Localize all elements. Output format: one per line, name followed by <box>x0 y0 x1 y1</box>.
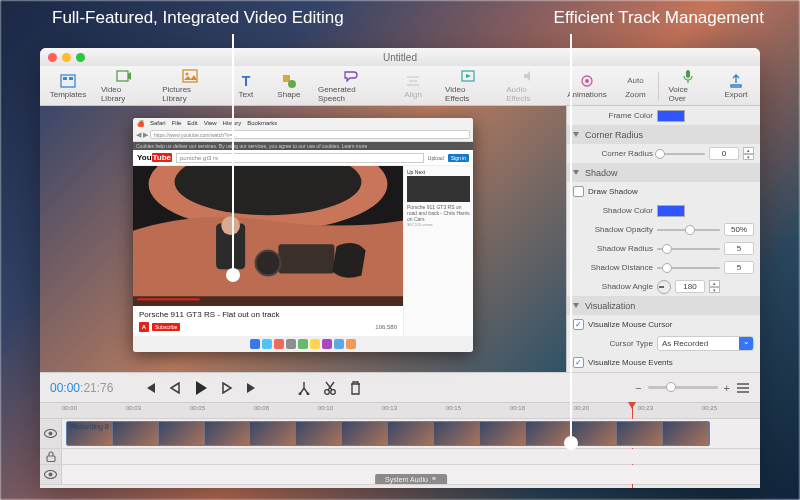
subscribe-button: Subscribe <box>152 323 180 331</box>
generated-speech-button[interactable]: Generated Speech <box>312 66 390 105</box>
shadow-angle-label: Shadow Angle <box>573 282 653 291</box>
shadow-color-swatch[interactable] <box>657 205 685 217</box>
track-list-icon[interactable] <box>736 382 750 394</box>
corner-radius-stepper[interactable]: ▴▾ <box>743 147 754 160</box>
svg-point-5 <box>185 73 188 76</box>
corner-radius-slider[interactable] <box>657 153 705 155</box>
track-lock-icon[interactable] <box>40 449 62 464</box>
inspector-panel: Frame Color Corner Radius Corner Radius0… <box>566 106 760 372</box>
section-shadow[interactable]: Shadow <box>567 163 760 182</box>
preview-window: 🍎 SafariFileEditViewHistoryBookmarks ◀ ▶… <box>133 118 473 352</box>
shadow-radius-value[interactable]: 5 <box>724 242 754 255</box>
callout-dot-left <box>226 268 240 282</box>
draw-shadow-checkbox[interactable] <box>573 186 584 197</box>
delete-button[interactable] <box>349 381 362 395</box>
shadow-radius-slider[interactable] <box>657 248 720 250</box>
go-to-end-button[interactable] <box>245 381 259 395</box>
shadow-angle-value[interactable]: 180 <box>675 280 705 293</box>
section-visualization[interactable]: Visualization <box>567 296 760 315</box>
upload-label: Upload <box>428 155 444 161</box>
shadow-angle-dial[interactable] <box>657 280 671 294</box>
svg-rect-1 <box>63 77 67 80</box>
ruler-tick: 00:10 <box>318 405 333 411</box>
export-button[interactable]: Export <box>716 71 756 101</box>
zoom-slider[interactable] <box>648 386 718 389</box>
svg-rect-23 <box>133 296 403 306</box>
ruler-tick: 00:23 <box>638 405 653 411</box>
visualize-cursor-checkbox[interactable]: ✓ <box>573 319 584 330</box>
svg-point-27 <box>325 389 330 394</box>
shadow-opacity-value[interactable]: 50% <box>724 223 754 236</box>
play-button[interactable] <box>193 380 209 396</box>
signin-button: Sign in <box>448 154 469 162</box>
recommendation-meta: 367,515 views <box>407 222 470 227</box>
section-corner-radius[interactable]: Corner Radius <box>567 125 760 144</box>
video-clip[interactable]: Recording 8 <box>66 421 710 446</box>
zoom-in-button[interactable]: + <box>724 382 730 394</box>
window-title: Untitled <box>383 52 417 63</box>
preview-search: porsche gt3 rs <box>176 153 424 163</box>
auto-zoom-button[interactable]: AutoZoom <box>615 71 655 101</box>
svg-rect-4 <box>183 70 197 82</box>
video-library-button[interactable]: Video Library <box>95 66 153 105</box>
timeline: 00:0000:0300:0500:0800:1000:1300:1500:18… <box>40 402 760 488</box>
audio-effects-button: Audio Effects <box>500 66 558 105</box>
visualize-events-checkbox[interactable]: ✓ <box>573 357 584 368</box>
shadow-opacity-slider[interactable] <box>657 229 720 231</box>
callout-right: Efficient Track Management <box>554 8 764 28</box>
svg-point-33 <box>49 432 53 436</box>
link-icon: ⚭ <box>431 475 437 483</box>
svg-rect-34 <box>47 456 55 462</box>
youtube-logo-icon: YouTube <box>137 153 172 162</box>
step-forward-button[interactable] <box>221 382 233 394</box>
go-to-start-button[interactable] <box>143 381 157 395</box>
frame-color-swatch[interactable] <box>657 110 685 122</box>
svg-point-36 <box>49 473 53 477</box>
pictures-library-button[interactable]: Pictures Library <box>156 66 223 105</box>
svg-rect-7 <box>283 75 290 82</box>
step-back-button[interactable] <box>169 382 181 394</box>
ruler-tick: 00:18 <box>510 405 525 411</box>
recommendation-title: Porsche 911 GT3 RS on road and track - C… <box>407 204 470 222</box>
view-count: 106,580 <box>375 324 397 330</box>
fullscreen-icon[interactable] <box>76 53 85 62</box>
shadow-distance-label: Shadow Distance <box>573 263 653 272</box>
cursor-type-select[interactable]: As Recorded <box>657 336 754 351</box>
audio-track-label: System Audio⚭ <box>375 474 447 484</box>
shadow-angle-stepper[interactable]: ▴▾ <box>709 280 720 293</box>
callout-pin-left <box>232 34 234 272</box>
svg-rect-3 <box>117 71 128 81</box>
shadow-distance-slider[interactable] <box>657 267 720 269</box>
toolbar: Templates Video Library Pictures Library… <box>40 66 760 106</box>
canvas[interactable]: 🍎 SafariFileEditViewHistoryBookmarks ◀ ▶… <box>40 106 566 372</box>
callout-left: Full-Featured, Integrated Video Editing <box>52 8 344 28</box>
corner-radius-value[interactable]: 0 <box>709 147 739 160</box>
shadow-distance-value[interactable]: 5 <box>724 261 754 274</box>
preview-video-title: Porsche 911 GT3 RS - Flat out on track <box>139 310 397 319</box>
preview-video-player <box>133 166 403 306</box>
minimize-icon[interactable] <box>62 53 71 62</box>
timeline-ruler[interactable]: 00:0000:0300:0500:0800:1000:1300:1500:18… <box>40 403 760 419</box>
cut-button[interactable] <box>323 381 337 395</box>
close-icon[interactable] <box>48 53 57 62</box>
svg-rect-24 <box>137 298 199 300</box>
audio-track: System Audio⚭ <box>40 465 760 485</box>
ruler-tick: 00:00 <box>62 405 77 411</box>
shadow-color-label: Shadow Color <box>573 206 653 215</box>
track-visibility-icon[interactable] <box>40 465 62 484</box>
preview-menubar: 🍎 SafariFileEditViewHistoryBookmarks <box>133 118 473 128</box>
split-button[interactable] <box>297 381 311 395</box>
voice-over-button[interactable]: Voice Over <box>662 66 713 105</box>
track-visibility-icon[interactable] <box>40 419 62 448</box>
preview-url: https://www.youtube.com/watch?v=… <box>150 130 470 139</box>
channel-badge-icon: A <box>139 322 149 332</box>
zoom-out-button[interactable]: − <box>635 382 641 394</box>
video-effects-button[interactable]: Video Effects <box>439 66 497 105</box>
templates-button[interactable]: Templates <box>44 71 92 101</box>
svg-rect-0 <box>61 75 75 87</box>
shape-button[interactable]: Shape <box>269 71 309 101</box>
frame-color-label: Frame Color <box>573 111 653 120</box>
upnext-label: Up Next <box>407 169 470 175</box>
ruler-tick: 00:20 <box>574 405 589 411</box>
video-track: Recording 8 <box>40 419 760 449</box>
